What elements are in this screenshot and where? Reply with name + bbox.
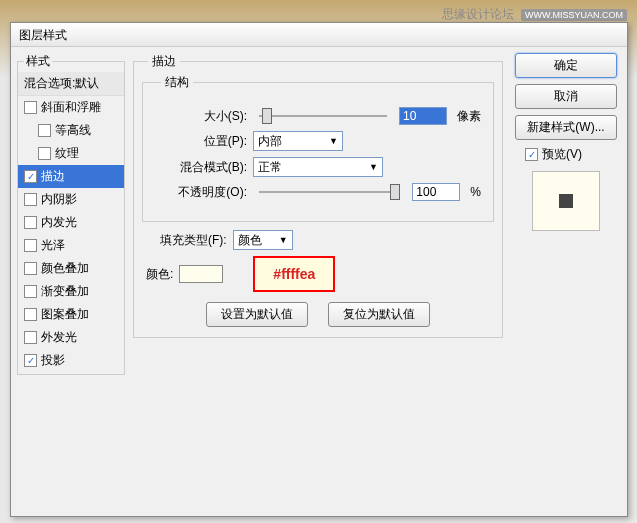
style-checkbox[interactable] <box>24 308 37 321</box>
blendmode-combo[interactable]: 正常 ▼ <box>253 157 383 177</box>
reset-default-button[interactable]: 复位为默认值 <box>328 302 430 327</box>
style-item[interactable]: 光泽 <box>18 234 124 257</box>
style-checkbox[interactable] <box>38 124 51 137</box>
style-item[interactable]: 纹理 <box>18 142 124 165</box>
position-combo[interactable]: 内部 ▼ <box>253 131 343 151</box>
style-item-label: 纹理 <box>55 145 79 162</box>
style-item-label: 等高线 <box>55 122 91 139</box>
style-item[interactable]: 颜色叠加 <box>18 257 124 280</box>
chevron-down-icon: ▼ <box>329 136 338 146</box>
preview-checkbox[interactable] <box>525 148 538 161</box>
style-item[interactable]: 描边 <box>18 165 124 188</box>
style-checkbox[interactable] <box>24 101 37 114</box>
styles-panel: 样式 混合选项:默认 斜面和浮雕等高线纹理描边内阴影内发光光泽颜色叠加渐变叠加图… <box>17 53 125 510</box>
style-item[interactable]: 外发光 <box>18 326 124 349</box>
ok-button[interactable]: 确定 <box>515 53 617 78</box>
style-checkbox[interactable] <box>38 147 51 160</box>
watermark: 思缘设计论坛 WWW.MISSYUAN.COM <box>442 6 627 23</box>
dialog-title: 图层样式 <box>19 28 67 42</box>
opacity-label: 不透明度(O): <box>155 184 247 201</box>
style-item[interactable]: 内发光 <box>18 211 124 234</box>
preview-label: 预览(V) <box>542 146 582 163</box>
opacity-slider[interactable] <box>259 191 400 193</box>
opacity-input[interactable] <box>412 183 460 201</box>
style-item[interactable]: 等高线 <box>18 119 124 142</box>
style-item-label: 渐变叠加 <box>41 283 89 300</box>
styles-legend: 样式 <box>24 53 52 70</box>
structure-legend: 结构 <box>161 74 193 91</box>
color-label: 颜色: <box>146 266 173 283</box>
style-checkbox[interactable] <box>24 262 37 275</box>
style-checkbox[interactable] <box>24 239 37 252</box>
color-swatch[interactable] <box>179 265 223 283</box>
preview-box <box>532 171 600 231</box>
style-item[interactable]: 投影 <box>18 349 124 372</box>
style-item-label: 内阴影 <box>41 191 77 208</box>
blend-options-header[interactable]: 混合选项:默认 <box>18 72 124 96</box>
style-item[interactable]: 图案叠加 <box>18 303 124 326</box>
style-checkbox[interactable] <box>24 354 37 367</box>
chevron-down-icon: ▼ <box>279 235 288 245</box>
dialog-titlebar[interactable]: 图层样式 <box>11 23 627 47</box>
layer-style-dialog: 图层样式 样式 混合选项:默认 斜面和浮雕等高线纹理描边内阴影内发光光泽颜色叠加… <box>10 22 628 517</box>
size-input[interactable] <box>399 107 447 125</box>
cancel-button[interactable]: 取消 <box>515 84 617 109</box>
style-item-label: 描边 <box>41 168 65 185</box>
style-checkbox[interactable] <box>24 170 37 183</box>
style-checkbox[interactable] <box>24 285 37 298</box>
stroke-legend: 描边 <box>148 53 180 70</box>
set-default-button[interactable]: 设置为默认值 <box>206 302 308 327</box>
style-item-label: 颜色叠加 <box>41 260 89 277</box>
color-hex-annotation: #ffffea <box>253 256 335 292</box>
opacity-unit: % <box>470 185 481 199</box>
style-item[interactable]: 斜面和浮雕 <box>18 96 124 119</box>
right-panel: 确定 取消 新建样式(W)... 预览(V) <box>511 53 621 510</box>
size-label: 大小(S): <box>155 108 247 125</box>
style-item-label: 图案叠加 <box>41 306 89 323</box>
filltype-label: 填充类型(F): <box>160 232 227 249</box>
style-item-label: 内发光 <box>41 214 77 231</box>
style-item-label: 光泽 <box>41 237 65 254</box>
size-slider[interactable] <box>259 115 387 117</box>
style-item-label: 斜面和浮雕 <box>41 99 101 116</box>
style-item[interactable]: 渐变叠加 <box>18 280 124 303</box>
style-checkbox[interactable] <box>24 216 37 229</box>
style-item-label: 外发光 <box>41 329 77 346</box>
size-unit: 像素 <box>457 108 481 125</box>
position-label: 位置(P): <box>155 133 247 150</box>
new-style-button[interactable]: 新建样式(W)... <box>515 115 617 140</box>
style-checkbox[interactable] <box>24 193 37 206</box>
chevron-down-icon: ▼ <box>369 162 378 172</box>
center-panel: 描边 结构 大小(S): 像素 位置(P): 内部 ▼ <box>125 53 511 510</box>
style-item-label: 投影 <box>41 352 65 369</box>
preview-thumbnail <box>559 194 573 208</box>
style-item[interactable]: 内阴影 <box>18 188 124 211</box>
style-checkbox[interactable] <box>24 331 37 344</box>
filltype-combo[interactable]: 颜色 ▼ <box>233 230 293 250</box>
blendmode-label: 混合模式(B): <box>155 159 247 176</box>
